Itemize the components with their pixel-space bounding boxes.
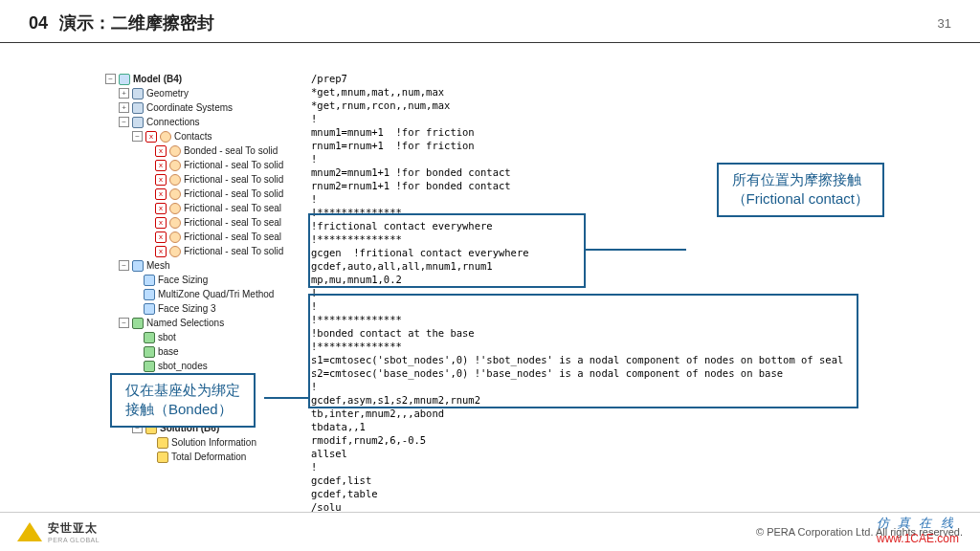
tree-item: Solution Information [171,435,256,450]
x-icon [145,131,157,143]
tree-item: sbot [158,330,176,344]
tree-item: Frictional - seal To seal [184,230,281,244]
sol-item-icon [157,452,168,463]
tree-coords: Coordinate Systems [146,100,233,115]
x-icon [155,160,167,171]
contact-icon [169,231,181,243]
section-number: 04 [29,13,48,33]
tree-item: Frictional - seal To seal [184,201,281,215]
model-icon [119,74,130,85]
tree-contacts: Contacts [174,129,212,143]
tree-item: base [158,344,179,359]
x-icon [155,145,167,157]
watermark: 仿 真 在 线 www.1CAE.com [877,515,959,545]
contact-icon [169,174,181,186]
tree-item: Frictional - seal To seal [184,215,281,230]
tree-item: Face Sizing [158,273,208,287]
coords-icon [132,102,144,114]
tree-geometry: Geometry [146,86,189,100]
contacts-icon [160,131,171,143]
frictional-highlight-box [308,213,586,288]
x-icon [155,231,167,243]
mesh-item-icon [144,275,155,286]
tree-item: MultiZone Quad/Tri Method [158,287,274,301]
sol-item-icon [157,437,168,449]
tree-connections: Connections [146,115,200,129]
tree-item: Face Sizing 3 [158,301,216,316]
ns-item-icon [144,332,155,343]
callout-frictional: 所有位置为摩擦接触 （Frictional contact） [717,163,884,217]
tree-item: Total Deformation [171,450,246,464]
connections-icon [132,117,144,128]
contact-icon [169,217,181,229]
contact-icon [169,160,181,171]
x-icon [155,188,167,200]
geometry-icon [132,88,144,99]
page-number: 31 [938,16,951,31]
company-logo: 安世亚太 PERA GLOBAL [17,520,100,543]
tree-item: Frictional - seal To solid [184,172,283,187]
x-icon [155,174,167,186]
tree-item: Frictional - seal To solid [184,244,283,258]
callout-bonded: 仅在基座处为绑定 接触（Bonded） [110,373,256,428]
mesh-item-icon [144,289,155,300]
logo-en: PERA GLOBAL [48,537,100,543]
leader-line [264,397,308,399]
tree-item: Frictional - seal To solid [184,158,283,172]
x-icon [155,203,167,214]
logo-triangle-icon [17,522,42,541]
contact-icon [169,246,181,257]
apdl-script: /prep7 *get,mnum,mat,,num,max *get,rnum,… [311,72,843,514]
ns-item-icon [144,361,155,372]
named-selections-icon [132,318,144,329]
content-area: −Model (B4) +Geometry +Coordinate System… [0,43,980,493]
x-icon [155,217,167,229]
tree-item: Frictional - seal To solid [184,187,283,201]
contact-icon [169,188,181,200]
tree-item: sbot_nodes [158,359,208,373]
tree-item: Bonded - seal To solid [184,143,278,158]
mesh-item-icon [144,303,155,315]
tree-mesh: Mesh [146,258,169,273]
slide-title: 04演示：二维摩擦密封 [29,11,214,34]
mesh-icon [132,260,144,272]
contact-icon [169,145,181,157]
leader-line [586,249,686,251]
footer: 安世亚太 PERA GLOBAL © PERA Corporation Ltd.… [0,512,980,551]
tree-model: Model (B4) [133,72,182,86]
x-icon [155,246,167,257]
bonded-highlight-box [308,294,858,408]
tree-named-selections: Named Selections [146,316,224,330]
logo-cn: 安世亚太 [48,520,100,537]
ns-item-icon [144,346,155,358]
contact-icon [169,203,181,214]
